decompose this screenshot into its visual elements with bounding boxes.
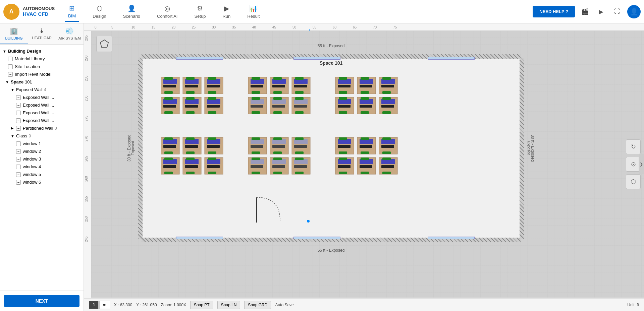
furniture-group-3 [334,75,401,117]
tree-window-2[interactable]: – window 2 [0,147,84,155]
refresh-button[interactable]: ↻ [626,139,641,154]
snap-pt-button[interactable]: Snap PT [190,301,213,309]
nav-comfort-ai[interactable]: ◎ Comfort AI [154,2,181,21]
tree-exposed-wall-2[interactable]: – Exposed Wall ... [0,101,84,109]
building-tab-icon: 🏢 [10,27,18,35]
dimension-bottom: 55 ft - Exposed [318,248,345,253]
svg-rect-43 [208,91,216,94]
svg-text:5: 5 [111,25,113,29]
svg-text:290: 290 [85,55,88,61]
video-button[interactable]: ▶ [595,6,607,18]
svg-rect-178 [295,172,304,174]
tree-exposed-wall-3[interactable]: – Exposed Wall ... [0,109,84,117]
nav-design[interactable]: ⬡ Design [89,2,109,21]
nav-run[interactable]: ▶ Run [219,2,234,21]
result-icon: 📊 [249,4,258,12]
polygon-tool-button[interactable] [96,36,112,52]
tree-window-4[interactable]: – window 4 [0,163,84,171]
glass-expand-icon: ▼ [11,134,16,138]
tree-window-6[interactable]: – window 6 [0,178,84,186]
nav-scenario[interactable]: 👤 Scenario [120,2,144,21]
exposed-wall-3-checkbox[interactable]: – [16,111,21,115]
tree-exposed-wall-1[interactable]: – Exposed Wall ... [0,94,84,101]
tree-building-design[interactable]: ▼ Building Design [0,47,84,55]
tab-air-system[interactable]: 💨 AIR SYSTEM [56,23,84,44]
tree-space-101[interactable]: ▼ Space 101 [0,78,84,86]
snap-ln-button[interactable]: Snap LN [217,301,240,309]
nav-bim[interactable]: ⊞ BIM [65,1,79,22]
svg-rect-108 [339,111,347,114]
window-top-1 [176,57,223,60]
svg-rect-147 [208,158,216,160]
need-help-button[interactable]: NEED HELP ? [533,6,575,17]
exposed-wall-4-checkbox[interactable]: – [16,118,21,123]
window-5-checkbox[interactable]: – [16,172,21,177]
tree-window-1[interactable]: – window 1 [0,140,84,147]
svg-rect-53 [186,111,195,114]
tab-building[interactable]: 🏢 BUILDING [0,23,28,44]
site-location-checkbox[interactable]: – [8,64,13,69]
svg-text:30: 30 [212,25,216,29]
svg-rect-132 [208,137,216,140]
tab-heatload[interactable]: 🌡 HEATLOAD [28,23,56,44]
window-bottom-1 [176,237,223,239]
window-2-checkbox[interactable]: – [16,149,21,154]
exposed-wall-1-checkbox[interactable]: – [16,95,21,100]
svg-rect-56 [207,105,220,108]
tree-import-revit[interactable]: – Import Revit Model [0,70,84,78]
tree-glass-group[interactable]: ▼ Glass 9 [0,132,84,140]
sidebar-tabs: 🏢 BUILDING 🌡 HEATLOAD 💨 AIR SYSTEM [0,23,84,45]
setup-icon: ⚙ [197,4,203,12]
window-1-checkbox[interactable]: – [16,141,21,146]
svg-rect-173 [273,172,282,174]
tree-site-location[interactable]: – Site Location [0,63,84,70]
svg-rect-126 [185,145,198,148]
svg-rect-182 [339,137,347,140]
nav-result[interactable]: 📊 Result [244,2,263,21]
svg-rect-153 [252,151,260,154]
svg-rect-78 [252,111,260,114]
partitioned-wall-checkbox[interactable]: – [16,126,21,131]
snap-grd-button[interactable]: Snap GRD [244,301,271,309]
site-location-label: Site Location [15,64,40,69]
svg-rect-48 [164,111,173,114]
exposed-wall-2-checkbox[interactable]: – [16,103,21,108]
user-avatar[interactable]: 👤 [627,5,641,18]
auto-save-label: Auto Save [275,303,293,307]
logo-text: AUTONOMOUS HVAC CFD [23,6,55,17]
tree-window-5[interactable]: – window 5 [0,171,84,178]
window-1-label: window 1 [23,141,41,146]
material-library-checkbox[interactable]: – [8,57,13,61]
nav-setup[interactable]: ⚙ Setup [191,2,209,21]
svg-rect-61 [251,85,263,87]
tree-partitioned-wall[interactable]: ▶ – Partitioned Wall 0 [0,124,84,132]
tree-exposed-wall-4[interactable]: – Exposed Wall ... [0,117,84,124]
window-4-checkbox[interactable]: – [16,165,21,169]
window-3-checkbox[interactable]: – [16,157,21,162]
run-icon: ▶ [224,4,229,12]
tree-material-library[interactable]: – Material Library [0,55,84,63]
svg-text:60: 60 [333,25,337,29]
next-button[interactable]: NEXT [4,295,79,307]
window-6-checkbox[interactable]: – [16,180,21,185]
svg-rect-136 [163,165,176,168]
scenario-icon: 👤 [127,4,136,12]
exposed-right-label: Exposed [527,141,531,156]
selected-point [307,220,310,223]
tree-window-3[interactable]: – window 3 [0,155,84,163]
unit-m-button[interactable]: m [99,301,110,309]
tree-exposed-wall-group[interactable]: ▼ Exposed Wall 4 [0,86,84,94]
right-panel-toggle[interactable]: ❯ [639,154,644,174]
import-revit-checkbox[interactable]: – [8,72,13,77]
hatch-left [138,58,143,239]
expand-button[interactable]: ⛶ [611,6,623,18]
unit-ft-button[interactable]: ft [89,301,99,309]
canvas-viewport[interactable]: Space 101 55 ft - Exposed 55 ft - Expose… [91,31,644,298]
3d-view-button[interactable]: ⬡ [626,174,641,189]
ruler-top: 0 5 10 15 20 25 30 35 40 45 50 55 60 65 … [84,23,644,31]
import-revit-label: Import Revit Model [15,72,51,77]
canvas-area[interactable]: 0 5 10 15 20 25 30 35 40 45 50 55 60 65 … [84,23,644,311]
tree-building-design-label: Building Design [8,49,41,54]
svg-rect-143 [186,172,195,174]
camera-button[interactable]: 🎬 [579,6,591,18]
